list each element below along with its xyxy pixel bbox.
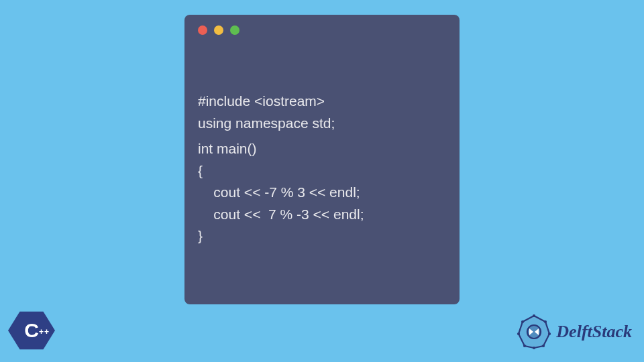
code-group-main: int main() { cout << -7 % 3 << endl; cou…	[198, 138, 446, 247]
brand-name: DelftStack	[556, 322, 632, 342]
code-group-includes: #include <iostream> using namespace std;	[198, 90, 446, 134]
svg-point-6	[533, 314, 535, 317]
cpp-plus: ++	[39, 327, 50, 337]
code-line: cout << 7 % -3 << endl;	[198, 206, 364, 222]
brand-area: DelftStack	[516, 314, 632, 350]
code-block: #include <iostream> using namespace std;…	[198, 47, 446, 291]
code-window: #include <iostream> using namespace std;…	[184, 15, 460, 304]
code-line: #include <iostream>	[198, 93, 325, 109]
code-line: cout << -7 % 3 << endl;	[198, 184, 360, 200]
svg-point-12	[517, 333, 520, 335]
svg-point-7	[544, 320, 547, 323]
code-line: int main()	[198, 141, 257, 156]
window-titlebar	[198, 25, 446, 35]
svg-point-9	[542, 345, 545, 347]
code-line: }	[198, 228, 203, 243]
code-line: using namespace std;	[198, 115, 335, 131]
svg-point-10	[533, 347, 535, 349]
code-line: {	[198, 163, 203, 178]
delftstack-logo-icon	[516, 314, 552, 350]
svg-point-13	[521, 320, 524, 323]
svg-point-8	[548, 333, 551, 335]
cpp-logo: C ++	[8, 307, 55, 354]
minimize-icon	[214, 25, 223, 35]
close-icon	[198, 25, 207, 35]
svg-point-11	[523, 345, 526, 347]
maximize-icon	[230, 25, 239, 35]
